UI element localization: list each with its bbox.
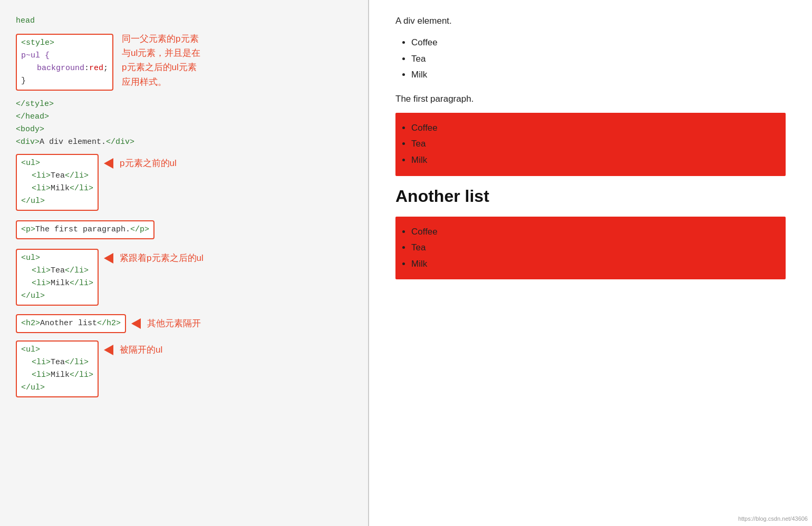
div-element-text: A div element. bbox=[395, 16, 786, 26]
h2-close-tag: </h2> bbox=[97, 319, 121, 328]
code-head-section: head bbox=[16, 15, 352, 27]
red-list-1-item-1: Tea bbox=[411, 136, 778, 152]
p-open-tag: <p> bbox=[21, 225, 35, 234]
first-para-text: The first paragraph. bbox=[395, 94, 786, 104]
p-close-tag: </p> bbox=[130, 225, 149, 234]
watermark: https://blog.csdn.net/43606 bbox=[738, 515, 808, 522]
ul2-close: </ul> bbox=[21, 290, 93, 303]
brace-close-line: } bbox=[21, 75, 108, 87]
ul1-close: </ul> bbox=[21, 195, 93, 208]
ul-after-p-section: <ul> <li>Tea</li> <li>Milk</li> </ul> 紧跟… bbox=[16, 247, 352, 308]
ul-before-p-box: <ul> <li>Tea</li> <li>Milk</li> </ul> bbox=[16, 154, 99, 211]
style-open-line: <style> bbox=[21, 37, 108, 50]
head-close-line: </head> bbox=[16, 111, 352, 123]
red-list-1-item-2: Milk bbox=[411, 152, 778, 169]
arrow-left-icon-1 bbox=[104, 158, 113, 169]
property-indent: background:red; bbox=[21, 64, 108, 73]
left-panel: head <style> p~ul { background:red; } bbox=[0, 0, 369, 526]
prop-name: background bbox=[37, 64, 84, 73]
div-text: A div element. bbox=[40, 138, 106, 147]
annotation-other-text: 其他元素隔开 bbox=[147, 317, 201, 329]
annotation-separated: 被隔开的ul bbox=[104, 338, 162, 356]
ul1-li-milk: <li>Milk</li> bbox=[21, 182, 93, 195]
ul3-close: </ul> bbox=[21, 382, 93, 394]
body-open-line: <body> bbox=[16, 123, 352, 136]
code-misc-section: </style> </head> <body> <div>A div eleme… bbox=[16, 98, 352, 149]
arrow-left-icon-3 bbox=[131, 318, 141, 329]
selector-line: p~ul { bbox=[21, 50, 108, 62]
list-1-item-0: Coffee bbox=[411, 35, 786, 51]
annotation-separated-text: 被隔开的ul bbox=[120, 344, 162, 356]
list-1-item-2: Milk bbox=[411, 67, 786, 83]
ul-after-h2-box: <ul> <li>Tea</li> <li>Milk</li> </ul> bbox=[16, 340, 99, 397]
top-annotation-text: 同一父元素的p元素与ul元素，并且是在p元素之后的ul元素应用样式。 bbox=[122, 32, 200, 89]
ul-after-p-box: <ul> <li>Tea</li> <li>Milk</li> </ul> bbox=[16, 249, 99, 306]
annotation-before-ul-text: p元素之前的ul bbox=[120, 157, 177, 169]
ul3-li-milk: <li>Milk</li> bbox=[21, 369, 93, 382]
left-content: head <style> p~ul { background:red; } bbox=[16, 15, 352, 400]
top-annotation-section: <style> p~ul { background:red; } 同一父元素的p… bbox=[16, 32, 352, 93]
annotation-after-p: 紧跟着p元素之后的ul bbox=[104, 247, 204, 264]
ul2-open: <ul> bbox=[21, 252, 93, 265]
ul3-li-tea: <li>Tea</li> bbox=[21, 356, 93, 369]
ul1-open: <ul> bbox=[21, 157, 93, 170]
div-open-tag: <div> bbox=[16, 138, 40, 147]
right-panel: A div element. Coffee Tea Milk The first… bbox=[369, 0, 812, 526]
ul2-li-tea: <li>Tea</li> bbox=[21, 265, 93, 277]
p-element-section: <p>The first paragraph.</p> bbox=[16, 218, 352, 241]
property-line: background:red; bbox=[21, 62, 108, 75]
annotation-after-p-text: 紧跟着p元素之后的ul bbox=[120, 252, 204, 264]
red-list-2-item-0: Coffee bbox=[411, 224, 778, 240]
red-list-2-item-1: Tea bbox=[411, 240, 778, 256]
annotation-before-ul: p元素之前的ul bbox=[104, 152, 177, 169]
red-list-2: Coffee Tea Milk bbox=[395, 217, 786, 280]
p-box: <p>The first paragraph.</p> bbox=[16, 220, 154, 239]
code-line-head: head bbox=[16, 15, 352, 27]
ul3-open: <ul> bbox=[21, 344, 93, 356]
red-list-2-item-2: Milk bbox=[411, 256, 778, 272]
red-list-1-item-0: Coffee bbox=[411, 120, 778, 137]
ul-before-p-section: <ul> <li>Tea</li> <li>Milk</li> </ul> p元… bbox=[16, 152, 352, 213]
h2-open-tag: <h2> bbox=[21, 319, 40, 328]
list-1: Coffee Tea Milk bbox=[395, 35, 786, 83]
semicolon: ; bbox=[103, 64, 108, 73]
another-list-heading: Another list bbox=[395, 187, 786, 206]
h2-section: <h2>Another list</h2> 其他元素隔开 bbox=[16, 312, 352, 335]
div-line: <div>A div element.</div> bbox=[16, 136, 352, 149]
list-1-item-1: Tea bbox=[411, 51, 786, 67]
arrow-left-icon-2 bbox=[104, 253, 113, 264]
style-box: <style> p~ul { background:red; } bbox=[16, 34, 113, 91]
arrow-left-icon-4 bbox=[104, 345, 113, 355]
selector-text: p~ul { bbox=[21, 51, 50, 60]
h2-box: <h2>Another list</h2> bbox=[16, 314, 126, 333]
style-boxed-block: <style> p~ul { background:red; } bbox=[16, 32, 113, 93]
annotation-other: 其他元素隔开 bbox=[131, 312, 201, 329]
colon: : bbox=[84, 64, 89, 73]
div-close-tag: </div> bbox=[106, 138, 134, 147]
red-list-1: Coffee Tea Milk bbox=[395, 113, 786, 176]
style-close-line: </style> bbox=[16, 98, 352, 111]
prop-value: red bbox=[89, 64, 103, 73]
ul1-li-tea: <li>Tea</li> bbox=[21, 170, 93, 182]
ul-after-h2-section: <ul> <li>Tea</li> <li>Milk</li> </ul> 被隔… bbox=[16, 338, 352, 400]
ul2-li-milk: <li>Milk</li> bbox=[21, 277, 93, 290]
